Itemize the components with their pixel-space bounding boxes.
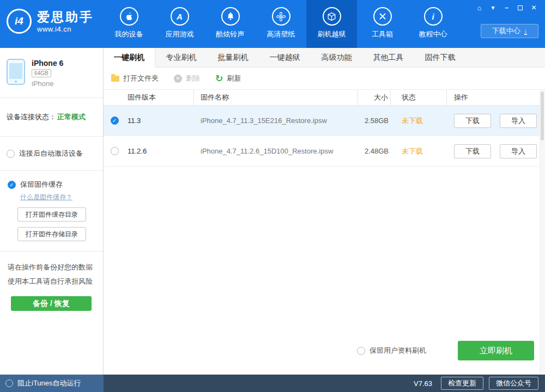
tab-one-click-jailbreak[interactable]: 一键越狱 xyxy=(259,48,311,67)
header-firmware-version: 固件版本 xyxy=(125,90,194,106)
minimize-icon[interactable] xyxy=(500,2,513,13)
app-logo: i4 爱思助手 www.i4.cn xyxy=(7,9,94,34)
nav-item-tutorials[interactable]: i 教程中心 xyxy=(408,0,458,48)
brand-site: www.i4.cn xyxy=(37,25,94,33)
auto-activate-label: 连接后自动激活设备 xyxy=(19,149,83,158)
download-arrow-icon xyxy=(524,28,528,35)
block-itunes-option[interactable]: 阻止iTunes自动运行 xyxy=(0,375,104,392)
keep-user-data-label: 保留用户资料刷机 xyxy=(370,346,426,356)
bell-icon xyxy=(221,7,240,26)
what-is-cache-link[interactable]: 什么是固件缓存？ xyxy=(20,193,72,202)
iphone-icon xyxy=(7,59,25,85)
brand-name: 爱思助手 xyxy=(37,10,94,24)
backup-restore-button[interactable]: 备份 / 恢复 xyxy=(11,296,92,311)
check-update-button[interactable]: 检查更新 xyxy=(441,377,483,390)
keep-cache-option[interactable]: 保留固件缓存 xyxy=(8,180,96,189)
nav-label: 教程中心 xyxy=(419,29,447,39)
auto-activate-option[interactable]: 连接后自动激活设备 xyxy=(0,137,103,171)
nav-label: 刷机越狱 xyxy=(318,29,346,39)
firmware-size: 2.58GB xyxy=(358,117,391,125)
block-itunes-radio[interactable] xyxy=(5,379,13,387)
header-size: 大小 xyxy=(358,90,391,106)
warning-line-1: 请在操作前备份好您的数据 xyxy=(8,260,95,274)
download-center-button[interactable]: 下载中心 xyxy=(481,24,538,38)
sidebar: iPhone 6 64GB iPhone 设备连接状态：正常模式 连接后自动激活… xyxy=(0,48,104,375)
firmware-name: iPhone_4.7_11.3_15E216_Restore.ipsw xyxy=(194,117,358,125)
menu-arrow-icon[interactable] xyxy=(486,2,500,13)
nav-label: 工具箱 xyxy=(372,29,393,39)
table-empty-area xyxy=(104,167,545,327)
statusbar: 阻止iTunes自动运行 V7.63 检查更新 微信公众号 xyxy=(0,375,545,392)
keep-user-data-option[interactable]: 保留用户资料刷机 xyxy=(357,346,426,356)
keep-cache-label: 保留固件缓存 xyxy=(20,180,63,189)
firmware-name: iPhone_4.7_11.2.6_15D100_Restore.ipsw xyxy=(194,147,358,155)
tab-one-click-flash[interactable]: 一键刷机 xyxy=(104,48,155,67)
device-info: iPhone 6 64GB iPhone xyxy=(0,48,103,98)
firmware-row-11-3[interactable]: 11.3 iPhone_4.7_11.3_15E216_Restore.ipsw… xyxy=(104,106,545,136)
flash-tabs: 一键刷机 专业刷机 批量刷机 一键越狱 高级功能 其他工具 固件下载 xyxy=(104,48,545,68)
close-icon[interactable] xyxy=(527,2,541,13)
app-version: V7.63 xyxy=(414,379,432,388)
folder-icon xyxy=(111,76,119,82)
connection-value: 正常模式 xyxy=(57,113,86,121)
nav-item-flash-jailbreak[interactable]: 刷机越狱 xyxy=(306,0,357,48)
nav-item-wallpapers[interactable]: 高清壁纸 xyxy=(256,0,306,48)
connection-label: 设备连接状态： xyxy=(7,113,56,121)
flash-now-button[interactable]: 立即刷机 xyxy=(458,341,534,360)
main-panel: 一键刷机 专业刷机 批量刷机 一键越狱 高级功能 其他工具 固件下载 打开文件夹… xyxy=(104,48,545,375)
firmware-size: 2.48GB xyxy=(358,147,391,155)
device-model: iPhone xyxy=(32,79,63,88)
nav-item-my-devices[interactable]: 我的设备 xyxy=(104,0,154,48)
nav-item-toolbox[interactable]: 工具箱 xyxy=(357,0,408,48)
device-capacity-badge: 64GB xyxy=(32,69,51,77)
nav-item-ringtones[interactable]: 酷炫铃声 xyxy=(205,0,256,48)
header-select-column xyxy=(104,90,125,106)
main-nav: 我的设备 A 应用游戏 酷炫铃声 高清壁纸 xyxy=(104,0,458,48)
sidebar-spacer xyxy=(0,320,103,375)
auto-activate-radio[interactable] xyxy=(7,150,15,158)
download-firmware-button[interactable]: 下载 xyxy=(454,144,491,158)
refresh-label: 刷新 xyxy=(227,74,241,83)
scrollbar-thumb[interactable] xyxy=(541,91,544,140)
firmware-cache-section: 保留固件缓存 什么是固件缓存？ 打开固件缓存目录 打开固件存储目录 xyxy=(0,171,103,252)
download-center-label: 下载中心 xyxy=(492,26,520,36)
wechat-account-button[interactable]: 微信公众号 xyxy=(489,377,538,390)
statusbar-right: V7.63 检查更新 微信公众号 xyxy=(104,375,545,392)
flower-icon xyxy=(272,7,290,26)
app-window: i4 爱思助手 www.i4.cn 我的设备 A 应用游戏 酷炫铃声 xyxy=(0,0,545,392)
firmware-version: 11.3 xyxy=(125,117,194,125)
firmware-toolbar: 打开文件夹 删除 刷新 xyxy=(104,68,545,90)
window-controls xyxy=(473,2,541,13)
refresh-button[interactable]: 刷新 xyxy=(215,74,241,83)
tab-firmware-download[interactable]: 固件下载 xyxy=(414,48,466,67)
row-radio-checked-icon[interactable] xyxy=(111,117,119,125)
tab-batch-flash[interactable]: 批量刷机 xyxy=(207,48,259,67)
tab-advanced[interactable]: 高级功能 xyxy=(311,48,362,67)
delete-circle-x-icon xyxy=(174,75,182,83)
import-firmware-button[interactable]: 导入 xyxy=(500,114,537,128)
open-storage-dir-button[interactable]: 打开固件存储目录 xyxy=(17,227,86,241)
open-folder-button[interactable]: 打开文件夹 xyxy=(111,74,159,83)
download-firmware-button[interactable]: 下载 xyxy=(454,114,491,128)
nav-item-apps-games[interactable]: A 应用游戏 xyxy=(154,0,205,48)
status-badge: 未下载 xyxy=(402,117,423,125)
keep-cache-radio-checked-icon[interactable] xyxy=(8,181,16,189)
keep-user-data-radio[interactable] xyxy=(357,347,365,355)
tab-pro-flash[interactable]: 专业刷机 xyxy=(155,48,207,67)
maximize-icon[interactable] xyxy=(513,2,527,13)
scrollbar[interactable] xyxy=(540,90,545,375)
tab-other-tools[interactable]: 其他工具 xyxy=(362,48,414,67)
crossed-tools-icon xyxy=(373,7,392,26)
open-cache-dir-button[interactable]: 打开固件缓存目录 xyxy=(17,207,86,222)
import-firmware-button[interactable]: 导入 xyxy=(500,144,537,158)
firmware-version: 11.2.6 xyxy=(125,147,194,155)
connection-status: 设备连接状态：正常模式 xyxy=(0,98,103,137)
delete-button[interactable]: 删除 xyxy=(174,74,200,83)
firmware-row-11-2-6[interactable]: 11.2.6 iPhone_4.7_11.2.6_15D100_Restore.… xyxy=(104,136,545,167)
theme-icon[interactable] xyxy=(473,2,486,13)
warning-line-2: 使用本工具请自行承担风险 xyxy=(8,274,95,289)
table-header: 固件版本 固件名称 大小 状态 操作 xyxy=(104,90,545,106)
device-text: iPhone 6 64GB iPhone xyxy=(32,59,63,88)
row-radio[interactable] xyxy=(111,147,119,155)
header-operation: 操作 xyxy=(447,90,540,106)
